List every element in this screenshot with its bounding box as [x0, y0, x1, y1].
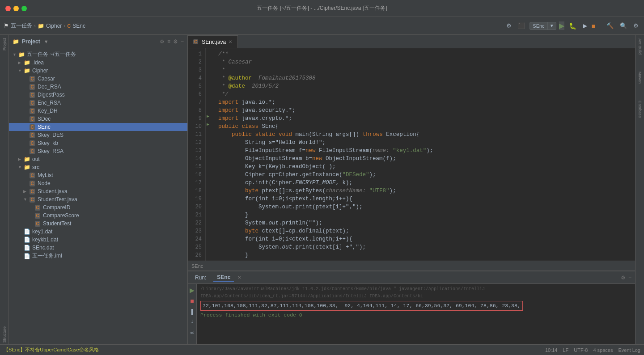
gutter-empty	[206, 191, 215, 199]
debug-button[interactable]: 🐛	[567, 21, 578, 30]
rerun-button[interactable]: ▶	[189, 286, 195, 295]
tree-item[interactable]: CSkey_DES	[9, 131, 187, 139]
ant-build-icon[interactable]: Ant Build	[637, 37, 643, 56]
tree-item-label: Enc_RSA	[38, 100, 61, 106]
tree-item[interactable]: CEnc_RSA	[9, 99, 187, 107]
bottom-minimize-icon[interactable]: −	[628, 275, 631, 281]
breadcrumb-project-name[interactable]: 五一任务	[11, 22, 32, 30]
tree-item[interactable]: ▶📁out	[9, 155, 187, 163]
maven-icon[interactable]: Maven	[637, 70, 643, 85]
tree-item[interactable]: 📄SEnc.dat	[9, 244, 187, 252]
settings-icon[interactable]: ⚙	[504, 21, 513, 30]
status-left: 【SEnc】不符合UpperCamelCase命名风格	[4, 347, 99, 353]
run-config-arrow[interactable]: ▼	[548, 22, 556, 29]
tree-item[interactable]: 📄keykb1.dat	[9, 236, 187, 244]
tree-item-label: out	[32, 156, 40, 162]
gutter-empty	[206, 156, 215, 164]
maximize-button[interactable]	[21, 6, 27, 11]
project-folder-icon: 📁	[13, 38, 19, 45]
output-highlighted-block: 72,101,108,108,111,32,87,111,114,108,100…	[200, 301, 631, 311]
code-editor[interactable]: 1234567891011121314151617181920212223242…	[188, 48, 635, 261]
status-bar: 【SEnc】不符合UpperCamelCase命名风格 10:14 LF UTF…	[0, 344, 644, 355]
scroll-end-button[interactable]: ⤓	[189, 318, 195, 325]
tree-item-label: Cipher	[32, 68, 48, 74]
line-ending[interactable]: LF	[563, 347, 568, 353]
encoding[interactable]: UTF-8	[574, 347, 588, 353]
gutter-empty	[206, 71, 215, 78]
gutter-empty	[206, 178, 215, 185]
tree-item[interactable]: 📄五一任务.iml	[9, 252, 187, 260]
build-button[interactable]: 🔨	[605, 21, 615, 30]
gutter-empty	[206, 247, 215, 254]
code-content[interactable]: /** * Casesar * * @author Fomalhaut20175…	[215, 48, 635, 261]
editor-breadcrumb-footer: SEnc	[188, 261, 635, 270]
soft-wrap-button[interactable]: ⏎	[189, 329, 195, 337]
search-everywhere-button[interactable]: 🔍	[618, 21, 629, 30]
breadcrumb-folder-name[interactable]: Cipher	[46, 23, 62, 29]
tree-item[interactable]: CMyList	[9, 171, 187, 179]
tree-item[interactable]: ▶CStudent.java	[9, 187, 187, 195]
bottom-settings-icon[interactable]: ⚙	[621, 275, 626, 281]
tree-item[interactable]: CDec_RSA	[9, 83, 187, 91]
close-button[interactable]	[5, 6, 11, 11]
tree-item[interactable]: CCaesar	[9, 75, 187, 83]
tree-item[interactable]: ▶📁.idea	[9, 59, 187, 67]
project-sidebar-icon[interactable]: Project	[1, 37, 8, 52]
tree-item[interactable]: CDigestPass	[9, 91, 187, 99]
minimize-button[interactable]	[13, 6, 19, 11]
tree-item[interactable]: ▼📁五一任务 ~/五一任务	[9, 50, 187, 59]
gutter-empty	[206, 233, 215, 240]
tree-item[interactable]: ▼📁Cipher	[9, 67, 187, 75]
tree-item[interactable]: CSEnc	[9, 123, 187, 131]
stop-button[interactable]: ■	[592, 22, 595, 30]
project-panel: 📁 Project ▼ ⚙ ≡ ⚙ − ▼📁五一任务 ~/五一任务▶📁.idea…	[9, 35, 188, 344]
gutter-empty	[206, 163, 215, 170]
tree-item[interactable]: CSkey_RSA	[9, 147, 187, 155]
coverage-button[interactable]: ▶	[581, 21, 589, 30]
main-toolbar: ⚑ 五一任务 › 📁 Cipher › C SEnc ⚙ ⬛ SEnc ▼ ▶ …	[0, 17, 644, 35]
breadcrumb-project[interactable]: ⚑	[4, 22, 9, 29]
tree-item-label: Skey_DES	[38, 132, 64, 138]
settings-main-icon[interactable]: ⚙	[631, 21, 640, 30]
pause-button[interactable]: ‖	[190, 307, 195, 316]
toolbar-right: ⚙ ⬛ SEnc ▼ ▶ 🐛 ▶ ■ 🔨 🔍 ⚙	[504, 21, 640, 30]
bottom-toolbar: Run: SEnc ✕ ⚙ −	[188, 271, 635, 284]
run-config-name[interactable]: SEnc	[530, 22, 547, 30]
tree-item[interactable]: CCompareScore	[9, 211, 187, 220]
project-settings-icon[interactable]: ⚙	[160, 38, 165, 45]
navigate-icon[interactable]: ⬛	[516, 21, 527, 30]
run-config-tab[interactable]: SEnc	[213, 273, 234, 282]
project-sort-icon[interactable]: ≡	[167, 38, 170, 45]
project-gear-icon[interactable]: ⚙	[173, 38, 178, 45]
project-minimize-icon[interactable]: −	[181, 38, 184, 45]
indent[interactable]: 4 spaces	[593, 347, 613, 353]
tree-item[interactable]: CSDec	[9, 115, 187, 123]
tree-item-label: Skey_kb	[38, 140, 58, 146]
tree-item[interactable]: CSkey_kb	[9, 139, 187, 147]
tree-item[interactable]: CCompareID	[9, 203, 187, 211]
tree-item[interactable]: ▼CStudentTest.java	[9, 195, 187, 203]
tree-item[interactable]: ▼📁src	[9, 163, 187, 171]
run-button[interactable]: ▶	[559, 21, 564, 30]
gutter-empty	[206, 135, 215, 143]
event-log[interactable]: Event Log	[618, 347, 640, 353]
tree-item[interactable]: 📄key1.dat	[9, 228, 187, 236]
tree-item[interactable]: CKey_DH	[9, 107, 187, 115]
run-combo[interactable]: SEnc ▼	[530, 22, 556, 30]
tree-item[interactable]: CNode	[9, 179, 187, 187]
status-warning[interactable]: 【SEnc】不符合UpperCamelCase命名风格	[4, 347, 99, 353]
stop-run-button[interactable]: ■	[189, 296, 195, 305]
run-tab-close[interactable]: ✕	[237, 275, 241, 280]
tree-item[interactable]: CStudentTest	[9, 220, 187, 228]
breadcrumb-file-name[interactable]: SEnc	[72, 23, 85, 29]
gutter-empty	[206, 85, 215, 92]
run-output[interactable]: /Library/Java/JavaVirtualMachines/jdk-11…	[197, 284, 635, 344]
tab-close-icon[interactable]: ✕	[229, 39, 232, 44]
tree-item-label: src	[32, 164, 39, 170]
tab-filename: SEnc.java	[202, 39, 226, 45]
database-icon[interactable]: Database	[637, 99, 643, 120]
project-dropdown-arrow[interactable]: ▼	[44, 39, 49, 44]
structure-sidebar-icon[interactable]: Structure	[1, 325, 8, 344]
editor-tab-senc[interactable]: C SEnc.java ✕	[188, 35, 238, 48]
gutter-arrow: ▶	[206, 121, 215, 129]
